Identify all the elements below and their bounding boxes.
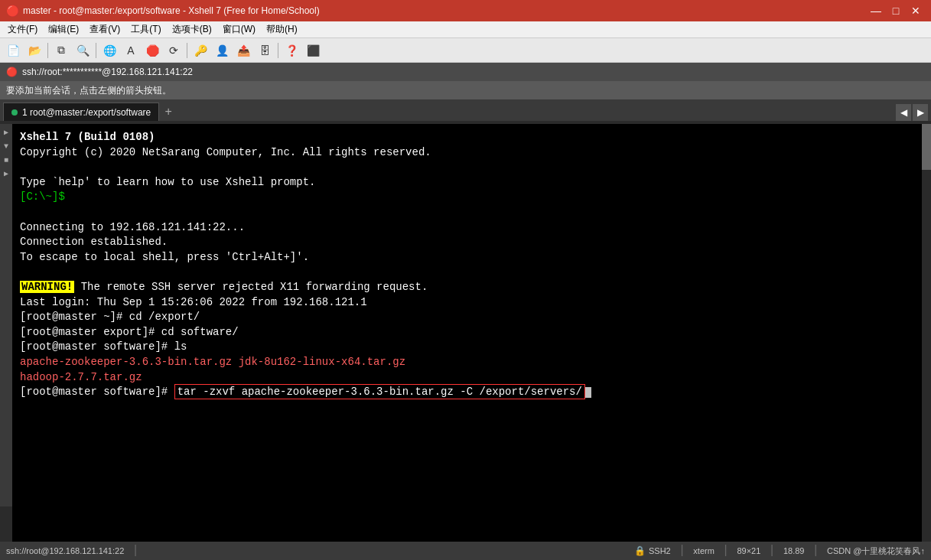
toolbar-refresh[interactable]: ⟳: [164, 41, 184, 60]
toolbar-copy[interactable]: ⧉: [51, 41, 71, 60]
status-sep-2: |: [679, 544, 686, 558]
scrollbar[interactable]: [922, 124, 931, 542]
maximize-button[interactable]: □: [887, 3, 905, 18]
term-line-15: [root@master software]# tar -zxvf apache…: [20, 385, 914, 400]
term-warning-text: The remote SSH server rejected X11 forwa…: [81, 281, 428, 293]
tab-nav-prev[interactable]: ◀: [896, 104, 911, 121]
title-bar: 🔴 master - root@master:/export/software …: [0, 0, 931, 21]
warning-bar-text: 要添加当前会话，点击左侧的箭头按钮。: [6, 84, 171, 97]
term-file-jdk: jdk-8u162-linux-x64.tar.gz: [239, 356, 405, 368]
term-file-zookeeper: apache-zookeeper-3.6.3-bin.tar.gz: [20, 356, 232, 368]
status-ssh-address: ssh://root@192.168.121.141:22: [6, 546, 124, 555]
term-line-3: Type `help' to learn how to use Xshell p…: [20, 175, 914, 190]
title-bar-buttons: — □ ✕: [867, 3, 925, 18]
term-title: Xshell 7 (Build 0108): [20, 131, 155, 143]
toolbar-zoom[interactable]: 🔍: [73, 41, 93, 60]
term-line-5: Connecting to 192.168.121.141:22...: [20, 220, 914, 236]
term-local-prompt: [C:\~]$: [20, 190, 65, 203]
toolbar-user[interactable]: 👤: [212, 41, 232, 60]
terminal[interactable]: Xshell 7 (Build 0108) Copyright (c) 2020…: [12, 124, 922, 542]
status-right: 🔒 SSH2 | xterm | 89×21 | 18.89 | CSDN @十…: [634, 544, 925, 558]
toolbar-sep-2: [96, 43, 96, 58]
term-copyright: Copyright (c) 2020 NetSarang Computer, I…: [20, 146, 431, 158]
app-icon: 🔴: [6, 5, 18, 17]
status-sep-1: |: [132, 544, 139, 558]
new-tab-button[interactable]: +: [159, 103, 177, 121]
toolbar-transfer[interactable]: 📤: [233, 41, 253, 60]
menu-tools[interactable]: 工具(T): [126, 21, 165, 37]
scrollbar-thumb[interactable]: [922, 124, 931, 170]
status-lock: 🔒 SSH2: [634, 545, 671, 556]
menu-bar: 文件(F) 编辑(E) 查看(V) 工具(T) 选项卡(B) 窗口(W) 帮助(…: [0, 21, 931, 38]
toolbar-key[interactable]: 🔑: [190, 41, 210, 60]
term-line-7: To escape to local shell, press 'Ctrl+Al…: [20, 250, 914, 265]
session-tab[interactable]: 1 root@master:/export/software: [3, 103, 159, 121]
status-size: 89×21: [737, 546, 760, 555]
sidebar-icon-4[interactable]: ▶: [1, 168, 11, 179]
term-escape-hint: To escape to local shell, press 'Ctrl+Al…: [20, 251, 309, 263]
status-term: xterm: [693, 546, 715, 555]
toolbar-new[interactable]: 📄: [3, 41, 23, 60]
minimize-button[interactable]: —: [867, 3, 885, 18]
sidebar-icon-2[interactable]: ▼: [1, 141, 11, 151]
menu-view[interactable]: 查看(V): [85, 21, 125, 37]
status-csdn: CSDN @十里桃花笑春风↑: [827, 545, 925, 557]
address-bar: 🔴 ssh://root:***********@192.168.121.141…: [0, 63, 931, 81]
tab-nav-next[interactable]: ▶: [913, 104, 928, 121]
term-line-10: [root@master ~]# cd /export/: [20, 310, 914, 325]
left-sidebar: ▶ ▼ ■ ▶: [0, 124, 12, 506]
term-cursor: [585, 387, 591, 398]
term-prompt-last: [root@master software]#: [20, 386, 168, 398]
status-sep-4: |: [768, 544, 776, 558]
close-button[interactable]: ✕: [907, 3, 925, 18]
term-line-4: [C:\~]$: [20, 190, 914, 205]
term-help-hint: Type `help' to learn how to use Xshell p…: [20, 176, 315, 188]
title-bar-left: 🔴 master - root@master:/export/software …: [6, 5, 320, 17]
toolbar-connect[interactable]: 🌐: [99, 41, 119, 60]
toolbar-stop[interactable]: 🛑: [142, 41, 162, 60]
menu-file[interactable]: 文件(F): [3, 21, 42, 37]
status-sep-5: |: [812, 544, 819, 558]
term-line-8: WARNING! The remote SSH server rejected …: [20, 280, 914, 295]
tab-nav-buttons: ◀ ▶: [896, 104, 928, 121]
term-line-blank-2: [20, 205, 914, 220]
term-line-blank-1: [20, 160, 914, 175]
toolbar-help[interactable]: ❓: [282, 41, 301, 60]
term-line-1: Xshell 7 (Build 0108): [20, 130, 914, 145]
status-ssh-text: ssh://root@192.168.121.141:22: [6, 546, 124, 555]
term-line-9: Last login: Thu Sep 1 15:26:06 2022 from…: [20, 295, 914, 311]
term-cmd-ls: [root@master software]# ls: [20, 340, 187, 353]
warning-bar: 要添加当前会话，点击左侧的箭头按钮。: [0, 81, 931, 99]
tab-bar: 1 root@master:/export/software + ◀ ▶: [0, 99, 931, 121]
toolbar-open[interactable]: 📂: [24, 41, 44, 60]
toolbar: 📄 📂 ⧉ 🔍 🌐 A 🛑 ⟳ 🔑 👤 📤 🗄 ❓ ⬛: [0, 38, 931, 63]
ssh-icon: 🔴: [6, 67, 18, 78]
term-cmd-cd-software: [root@master export]# cd software/: [20, 326, 239, 338]
term-line-14: hadoop-2.7.7.tar.gz: [20, 370, 914, 386]
menu-help[interactable]: 帮助(H): [262, 21, 302, 37]
toolbar-extra[interactable]: ⬛: [303, 41, 323, 60]
term-line-blank-3: [20, 265, 914, 280]
status-bar: ssh://root@192.168.121.141:22 | 🔒 SSH2 |…: [0, 542, 931, 560]
title-bar-text: master - root@master:/export/software - …: [23, 5, 320, 16]
status-sep-3: |: [722, 544, 730, 558]
toolbar-file[interactable]: 🗄: [255, 41, 275, 60]
tab-status-dot: [11, 109, 18, 116]
term-last-login: Last login: Thu Sep 1 15:26:06 2022 from…: [20, 296, 367, 308]
term-file-hadoop: hadoop-2.7.7.tar.gz: [20, 371, 142, 383]
lock-icon: 🔒: [634, 545, 646, 556]
term-line-6: Connection established.: [20, 235, 914, 250]
status-zoom: 18.89: [783, 546, 805, 555]
status-protocol: SSH2: [649, 546, 671, 555]
sidebar-icon-3[interactable]: ■: [1, 155, 11, 165]
toolbar-sep-1: [47, 43, 48, 58]
menu-edit[interactable]: 编辑(E): [44, 21, 83, 37]
toolbar-sep-4: [278, 43, 278, 58]
toolbar-sep-3: [187, 43, 187, 58]
toolbar-font[interactable]: A: [121, 41, 141, 60]
menu-tabs[interactable]: 选项卡(B): [168, 21, 216, 37]
term-warning-label: WARNING!: [20, 281, 74, 293]
term-line-2: Copyright (c) 2020 NetSarang Computer, I…: [20, 145, 914, 161]
menu-window[interactable]: 窗口(W): [218, 21, 260, 37]
sidebar-icon-1[interactable]: ▶: [1, 127, 11, 138]
